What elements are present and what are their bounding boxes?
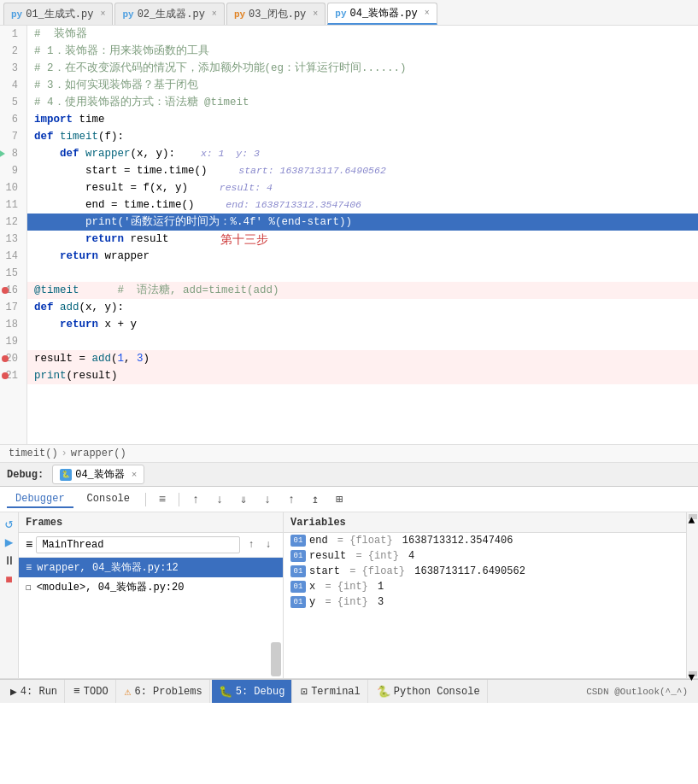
scroll-up-btn[interactable]: ▲ — [689, 514, 697, 519]
frame-0-label: wrapper, 04_装饰器.py:12 — [37, 560, 179, 575]
status-todo[interactable]: ≡ TODO — [67, 680, 116, 703]
status-problems[interactable]: ⚠ 6: Problems — [118, 680, 210, 703]
frames-scroll-area — [19, 597, 283, 678]
tab-4-close[interactable]: × — [425, 9, 430, 18]
debug-session-tab[interactable]: 🐍 04_装饰器 × — [52, 465, 144, 484]
debug-btn-evaluate[interactable]: ↥ — [306, 490, 325, 509]
debug-btn-run-to-cursor[interactable]: ↑ — [282, 490, 301, 509]
debug-play-btn[interactable]: ▶ — [2, 535, 17, 550]
var-item-1: 01 result = {int} 4 — [284, 548, 686, 564]
code-line-10: result = f(x, y) result: 4 — [27, 179, 698, 196]
code-editor: 1 2 3 4 5 6 7 8 9 10 11 12 13 14 15 16 1… — [0, 26, 698, 444]
debug-btn-step-into-my-code[interactable]: ⇓ — [234, 490, 253, 509]
breadcrumb: timeit() › wrapper() — [0, 444, 698, 463]
session-py-icon: 🐍 — [60, 469, 72, 481]
thread-down-btn[interactable]: ↓ — [261, 537, 276, 553]
thread-up-btn[interactable]: ↑ — [243, 537, 259, 553]
frame-item-0[interactable]: ≡ wrapper, 04_装饰器.py:12 — [19, 558, 283, 577]
tab-3-close[interactable]: × — [313, 9, 318, 19]
console-tab[interactable]: Console — [79, 491, 138, 508]
status-todo-label: TODO — [84, 686, 109, 698]
thread-name-input[interactable]: MainThread — [36, 536, 240, 553]
tab-2[interactable]: py 02_生成器.py × — [114, 3, 224, 25]
var-type-3: = {int} — [319, 581, 374, 593]
debug-btn-step-out[interactable]: ↓ — [258, 490, 277, 509]
ln-1: 1 — [0, 26, 21, 43]
toolbar-sep-2 — [179, 493, 179, 506]
debug-btn-step-over[interactable]: ↑ — [186, 490, 205, 509]
code-line-4: # 3．如何实现装饰器？基于闭包 — [27, 77, 698, 94]
variables-header: Variables — [284, 512, 686, 533]
breadcrumb-item-2: wrapper() — [71, 448, 126, 459]
ln-7: 7 — [0, 128, 21, 145]
frame-item-1[interactable]: ☐ <module>, 04_装饰器.py:20 — [19, 577, 283, 597]
debug-toolbar: Debugger Console ≡ ↑ ↓ ⇓ ↓ ↑ ↥ ⊞ — [0, 487, 698, 512]
thread-icon: ≡ — [26, 538, 32, 552]
status-run[interactable]: ▶ 4: Run — [3, 680, 65, 703]
tab-1-close[interactable]: × — [100, 9, 105, 19]
status-terminal[interactable]: ⊡ Terminal — [294, 680, 367, 703]
status-right-text: CSDN @Outlook(^_^) — [579, 687, 695, 697]
status-debug[interactable]: 🐛 5: Debug — [212, 680, 293, 703]
var-idx-0: 01 — [290, 535, 306, 547]
tab-4[interactable]: py 04_装饰器.py × — [327, 3, 437, 25]
tab-4-label: 04_装饰器.py — [350, 6, 418, 20]
debug-btn-step-into[interactable]: ↓ — [210, 490, 229, 509]
debug-label: Debug: — [7, 469, 44, 481]
frame-0-icon: ≡ — [26, 562, 32, 574]
ln-5: 5 — [0, 94, 21, 111]
ln-13: 13 — [0, 231, 21, 248]
code-line-7: def timeit(f): — [27, 128, 698, 145]
var-idx-1: 01 — [290, 550, 306, 562]
frames-panel: Frames ≡ MainThread ↑ ↓ ≡ wrapper, 04_装饰… — [19, 512, 284, 678]
variables-title: Variables — [290, 517, 346, 529]
code-line-13: return result 第十三步 — [27, 231, 698, 248]
debug-session-name: 04_装饰器 — [75, 467, 125, 482]
debug-session-close[interactable]: × — [132, 470, 138, 480]
tab-1[interactable]: py 01_生成式.py × — [3, 3, 113, 25]
variables-scroll[interactable]: ▲ ▼ — [686, 512, 698, 678]
tab-3[interactable]: py 03_闭包.py × — [226, 3, 326, 25]
code-line-3: # 2．在不改变源代码的情况下，添加额外功能(eg：计算运行时间......) — [27, 60, 698, 77]
frames-title: Frames — [26, 517, 62, 529]
ln-17: 17 — [0, 299, 21, 316]
status-terminal-label: Terminal — [311, 686, 361, 698]
tab-3-label: 03_闭包.py — [249, 7, 306, 21]
status-bar: ▶ 4: Run ≡ TODO ⚠ 6: Problems 🐛 5: Debug… — [0, 679, 698, 703]
tab-2-close[interactable]: × — [212, 9, 217, 19]
var-idx-2: 01 — [290, 565, 306, 577]
ln-11: 11 — [0, 196, 21, 214]
debugger-tab[interactable]: Debugger — [7, 491, 73, 508]
var-item-3: 01 x = {int} 1 — [284, 579, 686, 594]
status-python-console[interactable]: 🐍 Python Console — [370, 680, 488, 703]
debug-pause-btn[interactable]: ⏸ — [2, 553, 17, 569]
py-icon-1: py — [11, 9, 22, 20]
ln-3: 3 — [0, 60, 21, 77]
code-content[interactable]: # 装饰器 # 1．装饰器：用来装饰函数的工具 # 2．在不改变源代码的情况下，… — [27, 26, 698, 444]
code-line-16: @timeit # 语法糖, add=timeit(add) — [27, 282, 698, 299]
ln-19: 19 — [0, 333, 21, 350]
ln-14: 14 — [0, 248, 21, 265]
debug-resume-btn[interactable]: ↺ — [2, 516, 17, 531]
kw-import: import — [34, 111, 73, 128]
code-line-12: print('函数运行的时间为：%.4f' %(end-start)) — [27, 214, 698, 231]
frames-scroll-thumb[interactable] — [271, 642, 281, 676]
var-key-3: x — [309, 581, 315, 593]
var-val-2: 1638713117.6490562 — [414, 565, 525, 577]
var-item-4: 01 y = {int} 3 — [284, 594, 686, 610]
ln-2: 2 — [0, 43, 21, 60]
var-val-0: 1638713312.3547406 — [402, 535, 513, 547]
debug-btn-table[interactable]: ⊞ — [330, 490, 349, 509]
debug-stop-btn[interactable]: ■ — [2, 572, 17, 588]
code-line-15 — [27, 265, 698, 282]
debug-btn-menu[interactable]: ≡ — [153, 490, 172, 509]
var-item-2: 01 start = {float} 1638713117.6490562 — [284, 564, 686, 579]
ln-6: 6 — [0, 111, 21, 128]
annotation-13: 第十三步 — [220, 231, 268, 248]
python-console-icon: 🐍 — [377, 685, 390, 699]
ln-4: 4 — [0, 77, 21, 94]
scroll-down-btn[interactable]: ▼ — [689, 671, 697, 676]
ln-18: 18 — [0, 316, 21, 333]
var-item-0: 01 end = {float} 1638713312.3547406 — [284, 533, 686, 548]
py-icon-3: py — [234, 9, 245, 20]
